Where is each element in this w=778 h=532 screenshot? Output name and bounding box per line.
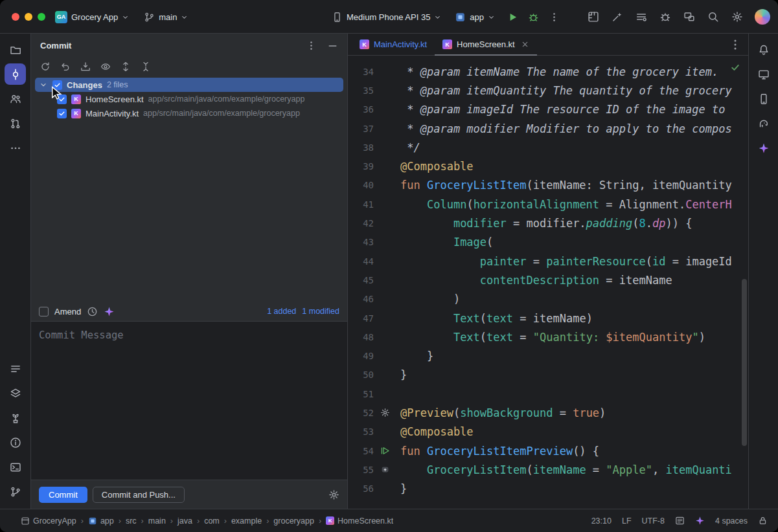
editor-tab-MainActivity.kt[interactable]: KMainActivity.kt	[352, 34, 435, 55]
breadcrumb-item-com[interactable]: com	[204, 516, 220, 526]
editor-config-icon[interactable]	[675, 516, 685, 526]
code-line[interactable]: 46 )	[348, 290, 748, 309]
branch-selector[interactable]: main	[139, 9, 193, 25]
code-line[interactable]: 45 contentDescription = itemName	[348, 271, 748, 289]
amend-checkbox[interactable]	[39, 307, 49, 316]
code-line[interactable]: 39@Composable	[348, 157, 748, 175]
code-line[interactable]: 47 Text(text = itemName)	[348, 309, 748, 327]
close-tab-icon[interactable]	[521, 40, 529, 49]
breadcrumb-item-GroceryApp[interactable]: GroceryApp	[21, 516, 76, 526]
more-run-actions-icon[interactable]	[545, 8, 562, 25]
run-preview-icon[interactable]	[376, 441, 394, 460]
line-number[interactable]: 51	[348, 389, 376, 399]
caret-position[interactable]: 23:10	[591, 516, 612, 526]
problems-tool-icon[interactable]	[5, 432, 26, 453]
line-number[interactable]: 39	[348, 161, 376, 172]
structure-tool-icon[interactable]	[5, 88, 26, 109]
hide-panel-icon[interactable]	[327, 40, 338, 51]
version-control-tool-icon[interactable]	[5, 481, 26, 502]
line-number[interactable]: 38	[348, 142, 376, 153]
code-line[interactable]: 52@Preview(showBackground = true)	[348, 403, 748, 422]
debug-button[interactable]	[525, 8, 542, 25]
user-avatar[interactable]	[755, 9, 770, 25]
code-line[interactable]: 38 */	[348, 138, 748, 157]
commit-history-icon[interactable]	[87, 306, 98, 317]
run-button[interactable]	[504, 8, 521, 25]
breadcrumb-item-java[interactable]: java	[177, 516, 192, 526]
commit-button[interactable]: Commit	[39, 487, 87, 503]
file-checkbox[interactable]	[57, 94, 67, 104]
minimize-window-button[interactable]	[25, 13, 32, 21]
line-number[interactable]: 45	[348, 275, 376, 285]
gemini-ai-icon[interactable]	[753, 137, 774, 159]
code-line[interactable]: 53@Composable	[348, 423, 748, 441]
line-number[interactable]: 42	[348, 218, 376, 228]
changed-file-row[interactable]: KHomeScreen.ktapp/src/main/java/com/exam…	[31, 92, 347, 106]
changes-checkbox[interactable]	[52, 80, 62, 90]
code-line[interactable]: 54fun GroceryListItemPreview() {	[348, 441, 748, 460]
refresh-icon[interactable]	[38, 59, 53, 74]
layout-inspector-icon[interactable]	[586, 10, 601, 24]
notifications-icon[interactable]	[753, 39, 774, 60]
breadcrumb-item-example[interactable]: example	[231, 516, 262, 526]
line-number[interactable]: 46	[348, 294, 376, 304]
show-diff-icon[interactable]	[98, 59, 113, 74]
indent-setting[interactable]: 4 spaces	[715, 516, 748, 526]
line-number[interactable]: 53	[348, 427, 376, 437]
line-number[interactable]: 48	[348, 332, 376, 342]
todo-tool-icon[interactable]	[5, 358, 26, 379]
more-tool-windows-icon[interactable]	[5, 137, 26, 159]
device-selector[interactable]: Medium Phone API 35	[327, 9, 446, 25]
line-number[interactable]: 49	[348, 351, 376, 361]
code-line[interactable]: 37 * @param modifier Modifier to apply t…	[348, 119, 748, 138]
preview-settings-icon[interactable]	[376, 403, 394, 422]
code-line[interactable]: 48 Text(text = "Quantity: $itemQuantity"…	[348, 327, 748, 346]
run-configuration-selector[interactable]: app	[450, 9, 500, 25]
shelve-icon[interactable]	[78, 59, 93, 74]
code-line[interactable]: 50}	[348, 366, 748, 384]
settings-icon[interactable]	[730, 10, 744, 24]
code-line[interactable]: 42 modifier = modifier.padding(8.dp)) {	[348, 214, 748, 232]
line-number[interactable]: 55	[348, 465, 376, 475]
code-line[interactable]: 43 Image(	[348, 233, 748, 252]
changes-group-row[interactable]: Changes 2 files	[35, 78, 343, 92]
line-number[interactable]: 56	[348, 483, 376, 494]
inspections-ok-icon[interactable]	[730, 62, 740, 72]
compose-preview-icon[interactable]	[376, 460, 394, 479]
code-line[interactable]: 34 * @param itemName The name of the gro…	[348, 62, 748, 81]
code-line[interactable]: 35 * @param itemQuantity The quantity of…	[348, 81, 748, 100]
breadcrumb-item-src[interactable]: src	[126, 516, 137, 526]
breadcrumb-item-main[interactable]: main	[148, 516, 166, 526]
terminal-tool-icon[interactable]	[5, 456, 26, 478]
editor-options-icon[interactable]	[729, 38, 742, 51]
collapse-all-icon[interactable]	[138, 59, 154, 74]
pull-requests-tool-icon[interactable]	[5, 113, 26, 134]
code-editor[interactable]: 34 * @param itemName The name of the gro…	[348, 56, 748, 509]
breadcrumb-item-groceryapp[interactable]: groceryapp	[273, 516, 314, 526]
code-line[interactable]: 36 * @param imageId The resource ID of t…	[348, 100, 748, 119]
ai-actions-icon[interactable]	[610, 10, 624, 24]
editor-tab-HomeScreen.kt[interactable]: KHomeScreen.kt	[435, 34, 537, 55]
code-line[interactable]: 40fun GroceryListItem(itemName: String, …	[348, 176, 748, 195]
code-line[interactable]: 44 painter = painterResource(id = imageI…	[348, 252, 748, 271]
code-line[interactable]: 56}	[348, 480, 748, 498]
commit-and-push-button[interactable]: Commit and Push...	[93, 487, 185, 503]
ai-status-icon[interactable]	[695, 516, 705, 526]
device-manager-icon[interactable]	[753, 88, 774, 109]
commit-tool-icon[interactable]	[5, 63, 26, 85]
line-number[interactable]: 35	[348, 85, 376, 96]
device-mirroring-icon[interactable]	[682, 10, 696, 24]
changed-file-row[interactable]: KMainActivity.ktapp/src/main/java/com/ex…	[31, 106, 347, 120]
editor-scrollbar[interactable]	[742, 279, 747, 446]
line-number[interactable]: 43	[348, 237, 376, 247]
code-line[interactable]: 55 GroceryListItem(itemName = "Apple", i…	[348, 460, 748, 479]
readonly-lock-icon[interactable]	[758, 516, 768, 526]
chevron-expanded-icon[interactable]	[39, 80, 48, 89]
code-line[interactable]: 51	[348, 384, 748, 403]
logcat-tool-icon[interactable]	[5, 382, 26, 404]
line-number[interactable]: 50	[348, 370, 376, 380]
close-window-button[interactable]	[12, 13, 19, 21]
project-tool-icon[interactable]	[5, 39, 26, 60]
line-number[interactable]: 54	[348, 446, 376, 456]
code-line[interactable]: 41 Column(horizontalAlignment = Alignmen…	[348, 195, 748, 214]
